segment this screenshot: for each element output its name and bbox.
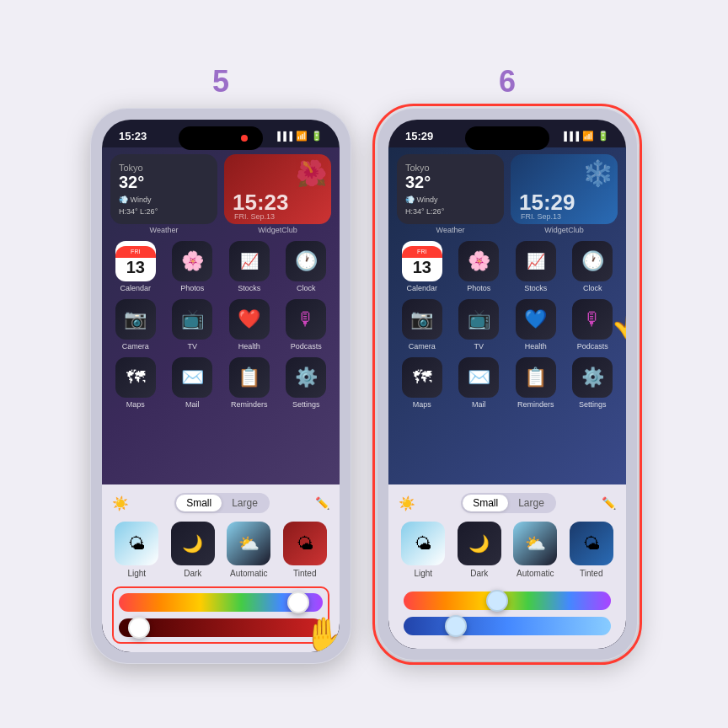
health-icon-6: 💙 <box>516 299 556 340</box>
blue-thumb-6[interactable] <box>445 615 467 637</box>
app-label-reminders-6: Reminders <box>517 400 554 409</box>
app-label-clock-5: Clock <box>297 284 316 292</box>
app-label-calendar-5: Calendar <box>120 284 151 292</box>
app-clock-5[interactable]: 🕐 Clock <box>281 241 332 292</box>
size-large-btn-5[interactable]: Large <box>222 495 268 511</box>
app-stocks-6[interactable]: 📈 Stocks <box>511 241 561 292</box>
phone-5-inner: 15:23 ▐▐▐ 📶 🔋 <box>102 120 340 652</box>
size-toggle-6: Small Large <box>461 493 556 513</box>
size-small-btn-6[interactable]: Small <box>463 495 508 511</box>
app-tv-5[interactable]: 📺 TV <box>168 299 218 351</box>
battery-icon-6: 🔋 <box>597 131 609 142</box>
weather-temp-5: 32° <box>119 173 209 192</box>
style-auto-6[interactable]: ⛅ Automatic <box>513 522 557 578</box>
app-tv-6[interactable]: 📺 TV <box>454 299 505 351</box>
status-icons-5: ▐▐▐ 📶 🔋 <box>275 131 323 142</box>
signal-icon-6: ▐▐▐ <box>561 131 579 141</box>
wifi-icon-5: 📶 <box>296 131 308 142</box>
app-reminders-6[interactable]: 📋 Reminders <box>511 357 561 409</box>
app-settings-5[interactable]: ⚙️ Settings <box>281 357 332 409</box>
rainbow-thumb-5[interactable] <box>287 592 309 613</box>
app-calendar-5[interactable]: FRI 13 Calendar <box>110 241 161 292</box>
clock-app-icon-5: 🕐 <box>295 250 318 272</box>
maps-icon-5: 🗺 <box>115 357 156 398</box>
style-dark-6[interactable]: 🌙 Dark <box>458 522 501 578</box>
section-number-6: 6 <box>499 64 516 99</box>
edit-icon-5[interactable]: ✏️ <box>315 496 329 510</box>
bottom-panel-6: ☀️ Small Large ✏️ 🌤 Light <box>388 484 626 649</box>
style-tinted-label-5: Tinted <box>293 569 316 578</box>
wifi-icon-6: 📶 <box>582 131 594 142</box>
phone-section-6: 6 15:29 ▐▐▐ 📶 🔋 <box>377 64 638 661</box>
signal-icon-5: ▐▐▐ <box>275 131 292 141</box>
weather-widget-6: Tokyo 32° 💨 Windy H:34° L:26° <box>397 154 504 224</box>
blue-thumb-5[interactable] <box>128 617 150 639</box>
dynamic-island-5 <box>179 126 263 150</box>
app-label-tv-6: TV <box>474 342 484 351</box>
color-sliders-5: 🤚 <box>112 586 329 644</box>
apps-row2-5: 📷 Camera 📺 TV ❤️ <box>110 299 331 351</box>
style-dark-5[interactable]: 🌙 Dark <box>171 522 215 578</box>
camera-icon-6: 📷 <box>402 299 442 340</box>
style-light-label-5: Light <box>127 569 146 578</box>
app-label-podcasts-5: Podcasts <box>291 342 322 351</box>
calendar-icon-6: FRI 13 <box>402 241 442 281</box>
app-health-5[interactable]: ❤️ Health <box>224 299 275 351</box>
settings-icon-5: ⚙️ <box>286 357 326 398</box>
weather-city-5: Tokyo <box>119 163 209 173</box>
weather-temp-6: 32° <box>405 173 495 192</box>
reminders-icon-6: 📋 <box>516 357 556 398</box>
stocks-chart-icon-5: 📈 <box>240 252 259 270</box>
app-label-podcasts-6: Podcasts <box>577 342 608 351</box>
app-settings-6[interactable]: ⚙️ Settings <box>568 357 618 409</box>
size-small-btn-5[interactable]: Small <box>176 495 222 511</box>
app-clock-6[interactable]: 🕐 Clock <box>568 241 618 292</box>
style-auto-label-5: Automatic <box>230 569 267 578</box>
weather-label-5: Weather <box>110 226 217 234</box>
style-light-5[interactable]: 🌤 Light <box>115 522 158 578</box>
style-dark-icon-5: 🌙 <box>171 522 215 565</box>
calendar-day-5: 13 <box>126 258 145 277</box>
edit-icon-6[interactable]: ✏️ <box>602 496 616 510</box>
app-label-photos-6: Photos <box>467 284 490 292</box>
app-label-health-5: Health <box>238 342 260 351</box>
app-camera-6[interactable]: 📷 Camera <box>397 299 447 351</box>
style-options-6: 🌤 Light 🌙 Dark ⛅ Automatic 🌤 <box>399 522 616 578</box>
time-6: 15:29 <box>405 130 433 142</box>
style-tinted-6[interactable]: 🌤 Tinted <box>570 522 613 578</box>
clock-widget-wrapper-6: 15:29 FRI. Sep.13 ❄️ WidgetClub <box>511 154 618 234</box>
size-large-btn-6[interactable]: Large <box>508 495 554 511</box>
app-podcasts-5[interactable]: 🎙 Podcasts <box>281 299 332 351</box>
app-maps-6[interactable]: 🗺 Maps <box>397 357 447 409</box>
rainbow-thumb-6[interactable] <box>486 590 508 612</box>
app-calendar-6[interactable]: FRI 13 Calendar <box>397 241 447 292</box>
app-label-stocks-5: Stocks <box>238 284 260 292</box>
live-activity-dot-5 <box>241 135 248 142</box>
app-camera-5[interactable]: 📷 Camera <box>110 299 161 351</box>
clock-widget-6: 15:29 FRI. Sep.13 ❄️ <box>511 154 618 224</box>
calendar-day-6: 13 <box>413 258 431 277</box>
app-photos-6[interactable]: 🌸 Photos <box>454 241 505 292</box>
app-stocks-5[interactable]: 📈 Stocks <box>224 241 275 292</box>
phone-6: 15:29 ▐▐▐ 📶 🔋 Tokyo <box>377 108 638 661</box>
weather-cond-6: 💨 Windy <box>405 195 495 204</box>
phone-section-5: 5 15:23 ▐▐▐ 📶 🔋 <box>90 64 351 664</box>
blue-track-5 <box>119 618 323 637</box>
style-tinted-5[interactable]: 🌤 Tinted <box>283 522 327 578</box>
app-maps-5[interactable]: 🗺 Maps <box>110 357 161 409</box>
status-bar-5: 15:23 ▐▐▐ 📶 🔋 <box>102 120 340 147</box>
podcasts-icon-6: 🎙 <box>572 299 613 340</box>
app-health-6[interactable]: 💙 Health <box>511 299 561 351</box>
style-light-6[interactable]: 🌤 Light <box>401 522 445 578</box>
app-mail-6[interactable]: ✉️ Mail <box>454 357 505 409</box>
dynamic-island-6 <box>465 126 549 150</box>
size-toggle-5: Small Large <box>174 493 270 513</box>
clock-decoration-5: 🌺 <box>296 158 327 188</box>
clock-widget-5: 15:23 FRI. Sep.13 🌺 <box>224 154 331 224</box>
app-photos-5[interactable]: 🌸 Photos <box>168 241 218 292</box>
app-mail-5[interactable]: ✉️ Mail <box>168 357 218 409</box>
app-reminders-5[interactable]: 📋 Reminders <box>224 357 275 409</box>
weather-cond-5: 💨 Windy <box>119 195 209 204</box>
battery-icon-5: 🔋 <box>311 131 323 142</box>
style-auto-5[interactable]: ⛅ Automatic <box>227 522 270 578</box>
